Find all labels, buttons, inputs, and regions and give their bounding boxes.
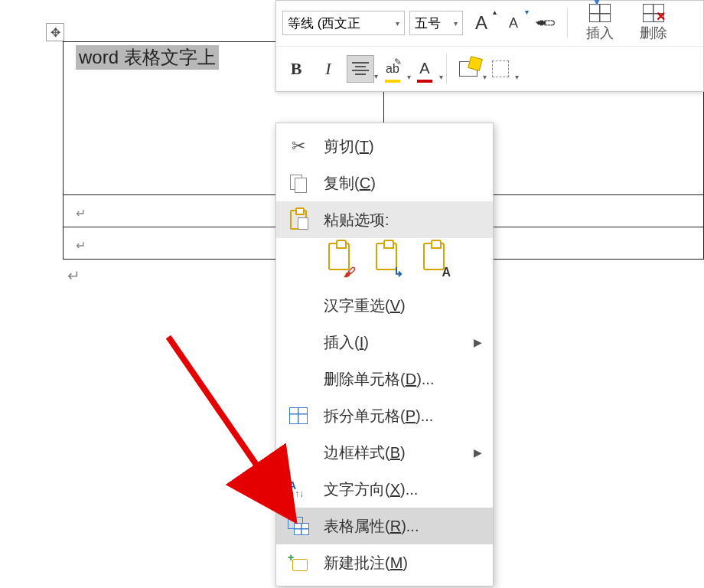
table-insert-icon <box>589 4 611 22</box>
chevron-down-icon: ▾ <box>374 72 378 80</box>
menu-new-comment[interactable]: 新建批注(M) <box>276 544 493 581</box>
insert-label: 插入 <box>586 24 614 42</box>
cell-highlighted-text[interactable]: word 表格文字上 <box>76 45 219 70</box>
table-icon <box>287 405 310 426</box>
border-icon <box>492 60 509 77</box>
insert-table-group[interactable]: 插入 <box>575 4 624 42</box>
menu-cut[interactable]: ✂ 剪切(T) <box>276 128 493 165</box>
svg-line-0 <box>168 337 287 509</box>
chevron-down-icon: ▾ <box>515 73 519 81</box>
font-name-value: 等线 (西文正 <box>288 15 360 32</box>
menu-label: 汉字重选(V) <box>324 296 406 316</box>
grow-font-button[interactable]: A▴ <box>468 9 495 37</box>
paste-text-only-button[interactable]: A <box>417 243 451 279</box>
mini-toolbar: 等线 (西文正▾ 五号▾ A▴ A▾ 🖌 插入 ✕ 删除 B I ▾ ab ✎ … <box>275 0 704 92</box>
shading-button[interactable]: ▾ <box>455 55 482 83</box>
font-name-combo[interactable]: 等线 (西文正▾ <box>282 11 405 35</box>
paste-icon <box>287 209 310 230</box>
menu-label: 插入(I) <box>324 332 369 353</box>
shrink-font-button[interactable]: A▾ <box>500 9 527 37</box>
paste-options-row: 🖌 ↳ A <box>276 238 493 287</box>
new-comment-icon <box>287 552 310 573</box>
menu-label: 表格属性(R)... <box>324 516 419 537</box>
bold-button[interactable]: B <box>282 55 310 83</box>
menu-label: 复制(C) <box>324 173 376 194</box>
menu-insert[interactable]: 插入(I) ▶ <box>276 324 493 361</box>
copy-icon <box>287 172 310 194</box>
table-properties-icon <box>287 515 310 537</box>
chevron-down-icon: ▾ <box>439 73 443 81</box>
font-size-value: 五号 <box>415 15 441 32</box>
menu-label: 拆分单元格(P)... <box>324 406 433 426</box>
merge-arrow-icon: ↳ <box>393 265 403 279</box>
italic-button[interactable]: I <box>315 55 342 83</box>
menu-ime-reconvert[interactable]: 汉字重选(V) <box>276 287 493 324</box>
chevron-down-icon: ▾ <box>396 19 399 28</box>
chevron-right-icon: ▶ <box>474 336 482 348</box>
align-center-icon <box>352 62 369 75</box>
borders-button[interactable]: ▾ <box>487 55 514 83</box>
brush-icon: 🖌 <box>533 11 559 37</box>
brush-icon: 🖌 <box>344 266 356 279</box>
paragraph-mark: ↵ <box>67 266 80 285</box>
table-move-handle[interactable]: ✥ <box>46 23 64 41</box>
menu-label: 新建批注(M) <box>324 553 408 573</box>
menu-paste-options-heading: 粘贴选项: <box>276 201 493 238</box>
menu-table-properties[interactable]: 表格属性(R)... <box>276 508 493 544</box>
chevron-down-icon: ▾ <box>454 19 458 28</box>
menu-label: 文字方向(X)... <box>324 479 418 500</box>
scissors-icon: ✂ <box>287 136 310 157</box>
menu-text-direction[interactable]: A↓↑↓ 文字方向(X)... <box>276 471 493 508</box>
font-color-button[interactable]: A ▾ <box>411 55 438 83</box>
highlight-button[interactable]: ab ✎ ▾ <box>379 55 406 83</box>
menu-delete-cells[interactable]: 删除单元格(D)... <box>276 361 493 397</box>
paint-bucket-icon <box>459 61 477 77</box>
table-delete-icon: ✕ <box>643 4 664 22</box>
menu-split-cells[interactable]: 拆分单元格(P)... <box>276 397 493 434</box>
return-mark: ↵ <box>76 207 86 220</box>
paste-keep-source-button[interactable]: 🖌 <box>322 243 356 279</box>
align-button[interactable]: ▾ <box>347 55 374 83</box>
context-menu: ✂ 剪切(T) 复制(C) 粘贴选项: 🖌 ↳ A 汉字重选(V) 插入(I) … <box>275 122 494 586</box>
menu-label: 剪切(T) <box>324 136 374 157</box>
menu-copy[interactable]: 复制(C) <box>276 165 493 201</box>
chevron-right-icon: ▶ <box>474 446 482 459</box>
menu-label: 删除单元格(D)... <box>324 369 434 390</box>
return-mark: ↵ <box>76 239 86 252</box>
menu-label: 粘贴选项: <box>324 210 389 230</box>
text-direction-icon: A↓↑↓ <box>287 479 310 500</box>
format-painter-button[interactable]: 🖌 <box>526 4 565 43</box>
font-size-combo[interactable]: 五号▾ <box>409 11 463 35</box>
delete-table-group[interactable]: ✕ 删除 <box>629 4 678 42</box>
pen-icon: ✎ <box>394 57 402 67</box>
menu-border-styles[interactable]: 边框样式(B) ▶ <box>276 434 493 471</box>
menu-label: 边框样式(B) <box>324 443 406 463</box>
text-a-icon: A <box>442 266 451 279</box>
paste-merge-button[interactable]: ↳ <box>370 243 403 279</box>
delete-label: 删除 <box>640 24 667 42</box>
